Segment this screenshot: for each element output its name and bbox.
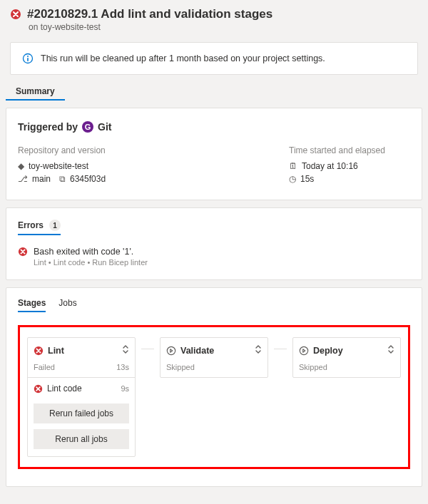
fail-icon: [10, 9, 21, 20]
run-header: #20210829.1 Add lint and validation stag…: [0, 0, 428, 35]
tab-stages[interactable]: Stages: [18, 298, 46, 312]
info-icon: [22, 53, 34, 64]
stage-status: Skipped: [166, 363, 195, 371]
clock-icon: ◷: [289, 174, 296, 184]
time-col-title: Time started and elapsed: [289, 145, 410, 155]
errors-count-badge: 1: [49, 220, 61, 231]
stage-deploy[interactable]: Deploy Skipped: [292, 337, 401, 378]
summary-heading: Summary: [6, 82, 65, 101]
fail-icon: [34, 384, 43, 394]
stages-highlight: Lint Failed 13s Lint code 9s Rerun faile…: [18, 325, 410, 469]
start-time: Today at 10:16: [302, 161, 358, 171]
stage-connector: [274, 349, 287, 349]
commit-icon: ⧉: [59, 174, 66, 184]
stage-duration: 13s: [116, 363, 129, 371]
job-row[interactable]: Lint code 9s: [28, 378, 135, 399]
job-duration: 9s: [121, 384, 129, 393]
summary-card: Triggered by G Git Repository and versio…: [6, 108, 422, 200]
notice-text: This run will be cleaned up after 1 mont…: [41, 53, 325, 63]
skipped-icon: [166, 346, 176, 356]
repo-col-title: Repository and version: [18, 145, 275, 155]
stages-tabs: Stages Jobs: [18, 298, 410, 312]
tab-jobs[interactable]: Jobs: [58, 298, 76, 312]
commit-hash[interactable]: 6345f03d: [70, 174, 106, 184]
expand-collapse-icon[interactable]: [255, 344, 262, 357]
repo-name[interactable]: toy-website-test: [29, 161, 88, 171]
branch-name[interactable]: main: [32, 174, 51, 184]
expand-collapse-icon[interactable]: [387, 344, 394, 357]
git-avatar-icon: G: [82, 121, 93, 133]
stages-card: Stages Jobs Lint Failed 13s Lint code: [6, 287, 422, 487]
stage-lint[interactable]: Lint Failed 13s Lint code 9s Rerun faile…: [27, 337, 136, 457]
fail-icon: [18, 247, 28, 257]
repo-link[interactable]: toy-website-test: [41, 22, 101, 32]
errors-header[interactable]: Errors 1: [18, 220, 61, 235]
trigger-source[interactable]: Git: [98, 121, 111, 133]
rerun-all-button[interactable]: Rerun all jobs: [34, 429, 129, 449]
run-subtitle: on toy-website-test: [29, 22, 418, 32]
stage-status: Failed: [34, 363, 55, 371]
fail-icon: [34, 346, 44, 356]
calendar-icon: 🗓: [289, 161, 297, 171]
skipped-icon: [299, 346, 309, 356]
stage-name: Validate: [180, 346, 214, 356]
stage-name: Deploy: [313, 346, 343, 356]
expand-collapse-icon[interactable]: [122, 344, 129, 357]
errors-card: Errors 1 Bash exited with code '1'. Lint…: [6, 207, 422, 280]
run-title: #20210829.1 Add lint and validation stag…: [27, 7, 272, 21]
repo-icon: ◆: [18, 161, 24, 171]
error-message: Bash exited with code '1'.: [34, 247, 148, 257]
stage-connector: [141, 349, 154, 349]
rerun-failed-button[interactable]: Rerun failed jobs: [34, 403, 129, 423]
error-item[interactable]: Bash exited with code '1'. Lint • Lint c…: [18, 247, 410, 267]
error-path: Lint • Lint code • Run Bicep linter: [34, 258, 148, 267]
stage-status: Skipped: [299, 363, 327, 371]
stage-name: Lint: [48, 346, 64, 356]
stage-validate[interactable]: Validate Skipped: [160, 337, 268, 378]
retention-notice: This run will be cleaned up after 1 mont…: [10, 42, 418, 75]
triggered-by: Triggered by G Git: [18, 121, 410, 133]
job-name: Lint code: [47, 384, 82, 394]
branch-icon: ⎇: [18, 174, 28, 184]
elapsed-time: 15s: [300, 174, 314, 184]
